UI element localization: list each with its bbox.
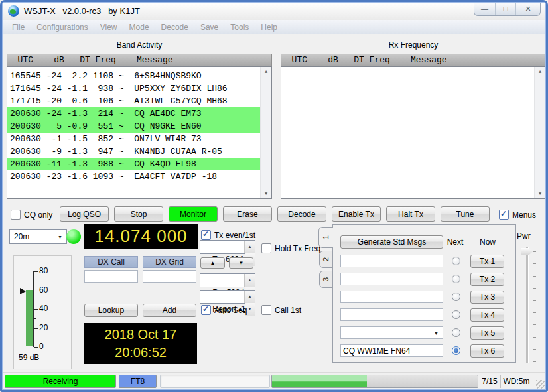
close-button[interactable]: ✕	[515, 2, 540, 15]
add-button[interactable]: Add	[143, 304, 196, 317]
tx4-next-radio[interactable]	[452, 310, 460, 319]
tab-1[interactable]: 1	[318, 227, 333, 248]
rx-frequency-list[interactable]: ▲ ▼	[281, 66, 546, 199]
tx5-message-combo[interactable]	[340, 326, 443, 339]
status-counter: 7/15	[479, 375, 500, 388]
scroll-up-icon[interactable]: ▲	[261, 67, 271, 76]
tx6-next-radio[interactable]	[452, 346, 460, 355]
title-bar[interactable]: WSJT-X v2.0.0-rc3 by K1JT — □ ✕	[2, 2, 546, 20]
rig-status-indicator	[66, 229, 81, 244]
tab-2[interactable]: 2	[319, 251, 332, 268]
tx5-button[interactable]: Tx 5	[470, 326, 504, 340]
decode-row[interactable]: 200630 -11 -1.3 988 ~ CQ K4QD EL98	[7, 158, 260, 170]
menu-item-view[interactable]: View	[94, 23, 123, 32]
band-activity-header: UTC dB DT Freq Message	[7, 54, 272, 68]
band-select[interactable]: 20m	[9, 229, 67, 244]
menu-item-configurations[interactable]: Configurations	[31, 23, 94, 32]
tx6-button[interactable]: Tx 6	[470, 344, 504, 358]
menu-item-tools[interactable]: Tools	[224, 23, 255, 32]
tx2-next-radio[interactable]	[452, 275, 460, 283]
log-qso-button[interactable]: Log QSO	[60, 206, 109, 222]
call-1st-checkbox[interactable]	[261, 305, 271, 315]
spinner-arrows[interactable]: ▲▼	[244, 291, 255, 303]
tx1-button[interactable]: Tx 1	[470, 255, 504, 268]
menus-checkbox[interactable]	[499, 210, 509, 220]
tx3-button[interactable]: Tx 3	[470, 291, 504, 304]
scroll-down-icon[interactable]: ▼	[261, 189, 271, 198]
tx4-button[interactable]: Tx 4	[470, 308, 504, 322]
pwr-slider-handle[interactable]	[521, 248, 533, 255]
call-1st-label: Call 1st	[275, 306, 301, 315]
tx5-next-radio[interactable]	[452, 328, 460, 337]
tx3-next-radio[interactable]	[452, 293, 460, 301]
status-mode: FT8	[119, 375, 157, 388]
monitor-button[interactable]: Monitor	[169, 206, 218, 222]
call-1st-checkbox-row: Call 1st	[261, 305, 301, 315]
meter-pointer	[20, 288, 26, 294]
maximize-button[interactable]: □	[495, 2, 515, 15]
decode-row[interactable]: 200630 -1 -1.5 852 ~ ON7LV WI4R 73	[7, 133, 260, 145]
spinner-arrows[interactable]: ▲▼	[244, 241, 255, 253]
dx-call-input[interactable]	[84, 270, 138, 283]
tx-even-checkbox[interactable]	[201, 230, 211, 240]
meter-bar	[26, 290, 33, 346]
halt-tx-button[interactable]: Halt Tx	[386, 206, 435, 222]
tx2-message-input[interactable]	[340, 273, 443, 285]
menu-item-decode[interactable]: Decode	[155, 23, 194, 32]
generate-std-msgs-button[interactable]: Generate Std Msgs	[340, 235, 443, 249]
status-empty-panel	[160, 375, 270, 388]
stop-button[interactable]: Stop	[114, 206, 163, 222]
tx1-next-radio[interactable]	[452, 257, 460, 265]
tx-freq-up-button[interactable]: ▲	[200, 257, 225, 269]
erase-button[interactable]: Erase	[223, 206, 272, 222]
menu-bar: File Configurations View Mode Decode Sav…	[2, 20, 546, 34]
enable-tx-button[interactable]: Enable Tx	[332, 206, 381, 222]
auto-seq-label: Auto Seq	[214, 306, 247, 315]
decode-row[interactable]: 171715 -20 0.6 106 ~ AT3IWL C57YCQ MH68	[7, 95, 260, 107]
status-state: Receiving	[5, 375, 116, 388]
tx6-message-input[interactable]	[340, 344, 443, 357]
resize-grip-icon[interactable]	[536, 380, 545, 389]
tx2-button[interactable]: Tx 2	[470, 273, 504, 286]
decode-button[interactable]: Decode	[277, 206, 326, 222]
pwr-slider-rail[interactable]	[526, 247, 529, 363]
rx-frequency-title: Rx Frequency	[281, 40, 546, 50]
tx1-message-input[interactable]	[340, 255, 443, 267]
scroll-up-icon[interactable]: ▲	[535, 67, 545, 76]
decode-row[interactable]: 200630 -24 -1.3 214 ~ CQ AE4DC EM73	[7, 107, 260, 120]
spin-up-icon: ▲	[245, 274, 255, 287]
decode-row[interactable]: 171645 -24 -1.1 938 ~ UP5XXY ZY6DIX LH86	[7, 82, 260, 95]
decode-row[interactable]: 200630 -9 -1.3 947 ~ KN4NBJ CU7AA R-05	[7, 145, 260, 158]
hold-tx-checkbox[interactable]	[261, 243, 271, 253]
menu-item-mode[interactable]: Mode	[123, 23, 155, 32]
tune-button[interactable]: Tune	[441, 206, 490, 222]
auto-seq-checkbox[interactable]	[201, 305, 211, 315]
decode-row[interactable]: 165545 -24 2.2 1108 ~ 6+SB4HNQSB9KO	[7, 70, 260, 82]
scroll-down-icon[interactable]: ▼	[535, 189, 545, 198]
tab-3[interactable]: 3	[319, 271, 332, 288]
minimize-button[interactable]: —	[474, 2, 495, 15]
cq-only-checkbox[interactable]	[11, 210, 21, 220]
auto-seq-checkbox-row: Auto Seq	[201, 305, 247, 315]
decode-row[interactable]: 200630 -23 -1.6 1093 ~ EA4CFT VA7DP -18	[7, 170, 260, 183]
meter-tick-label: 80	[39, 266, 48, 275]
band-activity-scrollbar[interactable]: ▲ ▼	[260, 67, 271, 198]
tx4-message-input[interactable]	[340, 308, 443, 321]
hold-tx-label: Hold Tx Freq	[275, 244, 320, 253]
dx-call-header: DX Call	[84, 256, 138, 268]
rx-frequency-scrollbar[interactable]: ▲ ▼	[534, 67, 545, 198]
menu-item-help[interactable]: Help	[255, 23, 283, 32]
tx-frequency-spinner[interactable]: Tx 669 Hz ▲▼	[200, 240, 255, 254]
lookup-button[interactable]: Lookup	[84, 304, 138, 317]
dx-grid-input[interactable]	[143, 270, 196, 283]
rx-frequency-spinner[interactable]: Rx 599 Hz ▲▼	[200, 273, 255, 287]
tx-freq-down-button[interactable]: ▼	[229, 257, 253, 269]
spinner-arrows[interactable]: ▲▼	[244, 274, 255, 287]
report-spinner[interactable]: Report -15 ▲▼	[200, 290, 255, 304]
decode-row[interactable]: 200630 5 -0.9 551 ~ CQ N9GKE EN60	[7, 120, 260, 133]
menu-item-file[interactable]: File	[6, 23, 31, 32]
menu-item-save[interactable]: Save	[194, 23, 224, 32]
tx3-message-input[interactable]	[340, 291, 443, 303]
band-activity-list[interactable]: 165545 -24 2.2 1108 ~ 6+SB4HNQSB9KO 1716…	[7, 66, 272, 199]
tx-rx-progress-bar	[271, 375, 478, 388]
